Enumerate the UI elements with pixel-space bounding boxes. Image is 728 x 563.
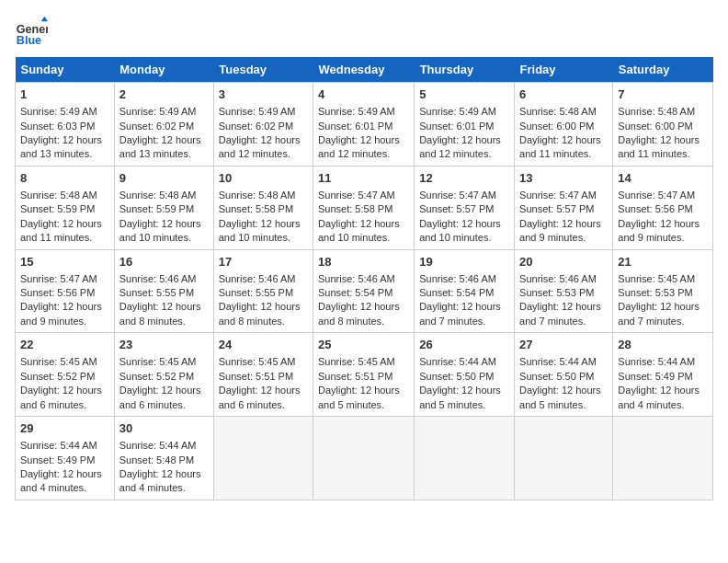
calendar-cell: 6Sunrise: 5:48 AMSunset: 6:00 PMDaylight… bbox=[515, 83, 613, 167]
svg-marker-2 bbox=[41, 17, 48, 21]
calendar-cell: 23Sunrise: 5:45 AMSunset: 5:52 PMDayligh… bbox=[114, 333, 213, 417]
day-number: 2 bbox=[119, 86, 209, 103]
calendar-week-1: 1Sunrise: 5:49 AMSunset: 6:03 PMDaylight… bbox=[16, 83, 713, 167]
calendar-cell: 25Sunrise: 5:45 AMSunset: 5:51 PMDayligh… bbox=[313, 333, 414, 417]
col-header-sunday: Sunday bbox=[16, 57, 115, 83]
calendar-cell: 18Sunrise: 5:46 AMSunset: 5:54 PMDayligh… bbox=[313, 249, 414, 333]
calendar-cell: 26Sunrise: 5:44 AMSunset: 5:50 PMDayligh… bbox=[415, 333, 515, 417]
calendar-cell: 3Sunrise: 5:49 AMSunset: 6:02 PMDaylight… bbox=[213, 83, 313, 167]
col-header-friday: Friday bbox=[515, 57, 613, 83]
page-header: General Blue bbox=[15, 15, 713, 48]
calendar-cell: 27Sunrise: 5:44 AMSunset: 5:50 PMDayligh… bbox=[515, 333, 613, 417]
calendar-cell: 13Sunrise: 5:47 AMSunset: 5:57 PMDayligh… bbox=[515, 166, 613, 249]
day-number: 13 bbox=[519, 170, 608, 187]
calendar-cell: 8Sunrise: 5:48 AMSunset: 5:59 PMDaylight… bbox=[16, 166, 115, 249]
day-number: 14 bbox=[618, 170, 708, 187]
day-number: 10 bbox=[219, 170, 308, 187]
calendar-cell: 2Sunrise: 5:49 AMSunset: 6:02 PMDaylight… bbox=[114, 83, 213, 167]
day-number: 17 bbox=[219, 254, 308, 270]
calendar-cell bbox=[613, 417, 713, 500]
calendar-cell bbox=[213, 417, 313, 500]
col-header-wednesday: Wednesday bbox=[313, 57, 414, 83]
day-number: 15 bbox=[20, 254, 109, 270]
day-number: 23 bbox=[119, 337, 209, 353]
day-number: 1 bbox=[20, 86, 109, 103]
calendar-cell: 14Sunrise: 5:47 AMSunset: 5:56 PMDayligh… bbox=[613, 166, 713, 249]
calendar-cell: 16Sunrise: 5:46 AMSunset: 5:55 PMDayligh… bbox=[114, 249, 213, 333]
calendar-cell: 4Sunrise: 5:49 AMSunset: 6:01 PMDaylight… bbox=[313, 83, 414, 167]
col-header-monday: Monday bbox=[114, 57, 213, 83]
calendar-cell: 29Sunrise: 5:44 AMSunset: 5:49 PMDayligh… bbox=[16, 417, 115, 500]
day-number: 20 bbox=[519, 254, 608, 270]
day-number: 28 bbox=[618, 337, 708, 353]
day-number: 19 bbox=[419, 254, 509, 270]
calendar-week-4: 22Sunrise: 5:45 AMSunset: 5:52 PMDayligh… bbox=[16, 333, 713, 417]
calendar-cell: 1Sunrise: 5:49 AMSunset: 6:03 PMDaylight… bbox=[16, 83, 115, 167]
day-number: 4 bbox=[318, 86, 409, 103]
col-header-tuesday: Tuesday bbox=[213, 57, 313, 83]
day-number: 7 bbox=[618, 86, 708, 103]
day-number: 30 bbox=[119, 420, 209, 437]
calendar-cell: 28Sunrise: 5:44 AMSunset: 5:49 PMDayligh… bbox=[613, 333, 713, 417]
day-number: 11 bbox=[318, 170, 409, 187]
calendar-cell: 21Sunrise: 5:45 AMSunset: 5:53 PMDayligh… bbox=[613, 249, 713, 333]
calendar-cell: 7Sunrise: 5:48 AMSunset: 6:00 PMDaylight… bbox=[613, 83, 713, 167]
calendar-week-3: 15Sunrise: 5:47 AMSunset: 5:56 PMDayligh… bbox=[16, 249, 713, 333]
day-number: 3 bbox=[219, 86, 308, 103]
calendar-cell: 17Sunrise: 5:46 AMSunset: 5:55 PMDayligh… bbox=[213, 249, 313, 333]
day-number: 26 bbox=[419, 337, 509, 353]
col-header-saturday: Saturday bbox=[613, 57, 713, 83]
calendar-week-2: 8Sunrise: 5:48 AMSunset: 5:59 PMDaylight… bbox=[16, 166, 713, 249]
logo: General Blue bbox=[15, 15, 48, 48]
calendar-cell: 9Sunrise: 5:48 AMSunset: 5:59 PMDaylight… bbox=[114, 166, 213, 249]
day-number: 25 bbox=[318, 337, 409, 353]
calendar-cell: 24Sunrise: 5:45 AMSunset: 5:51 PMDayligh… bbox=[213, 333, 313, 417]
calendar-cell: 5Sunrise: 5:49 AMSunset: 6:01 PMDaylight… bbox=[415, 83, 515, 167]
calendar-cell: 15Sunrise: 5:47 AMSunset: 5:56 PMDayligh… bbox=[16, 249, 115, 333]
calendar-week-5: 29Sunrise: 5:44 AMSunset: 5:49 PMDayligh… bbox=[16, 417, 713, 500]
day-number: 21 bbox=[618, 254, 708, 270]
day-number: 6 bbox=[519, 86, 608, 103]
calendar-cell: 20Sunrise: 5:46 AMSunset: 5:53 PMDayligh… bbox=[515, 249, 613, 333]
calendar-cell: 11Sunrise: 5:47 AMSunset: 5:58 PMDayligh… bbox=[313, 166, 414, 249]
calendar-cell bbox=[415, 417, 515, 500]
calendar-cell bbox=[515, 417, 613, 500]
day-number: 16 bbox=[119, 254, 209, 270]
calendar-cell: 10Sunrise: 5:48 AMSunset: 5:58 PMDayligh… bbox=[213, 166, 313, 249]
day-number: 22 bbox=[20, 337, 109, 353]
day-number: 8 bbox=[20, 170, 109, 187]
day-number: 9 bbox=[119, 170, 209, 187]
day-number: 24 bbox=[219, 337, 308, 353]
svg-text:Blue: Blue bbox=[17, 34, 41, 47]
logo-icon: General Blue bbox=[15, 15, 48, 48]
day-number: 5 bbox=[419, 86, 509, 103]
day-number: 29 bbox=[20, 420, 109, 437]
calendar-cell: 19Sunrise: 5:46 AMSunset: 5:54 PMDayligh… bbox=[415, 249, 515, 333]
calendar-table: SundayMondayTuesdayWednesdayThursdayFrid… bbox=[15, 57, 713, 500]
calendar-cell: 12Sunrise: 5:47 AMSunset: 5:57 PMDayligh… bbox=[415, 166, 515, 249]
calendar-cell bbox=[313, 417, 414, 500]
col-header-thursday: Thursday bbox=[415, 57, 515, 83]
day-number: 12 bbox=[419, 170, 509, 187]
day-number: 27 bbox=[519, 337, 608, 353]
calendar-cell: 22Sunrise: 5:45 AMSunset: 5:52 PMDayligh… bbox=[16, 333, 115, 417]
day-number: 18 bbox=[318, 254, 409, 270]
calendar-cell: 30Sunrise: 5:44 AMSunset: 5:48 PMDayligh… bbox=[114, 417, 213, 500]
